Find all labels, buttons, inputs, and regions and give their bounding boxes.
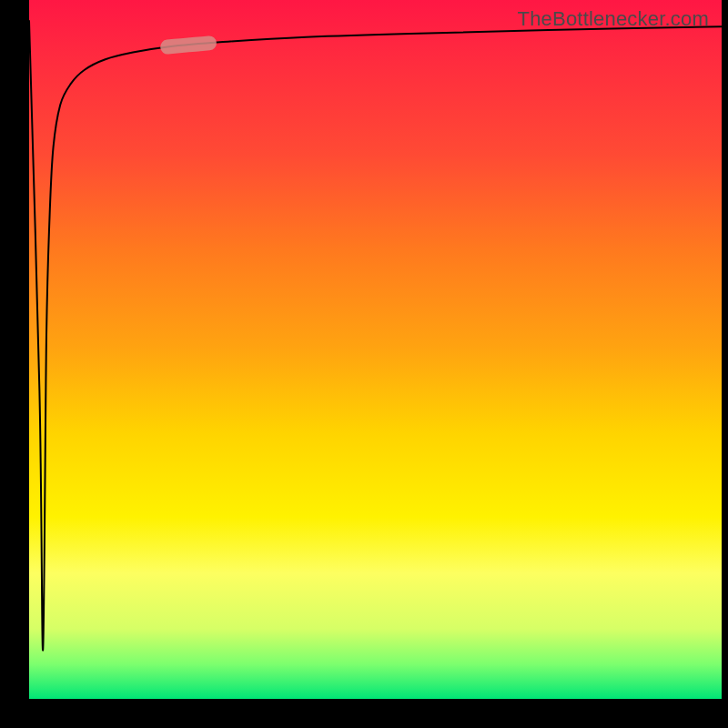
curve-highlight [167, 43, 209, 46]
frame-right [722, 0, 728, 728]
chart-stage: TheBottlenecker.com [0, 0, 728, 728]
plot-area: TheBottlenecker.com [29, 0, 722, 699]
frame-bottom [0, 699, 728, 728]
bottleneck-curve [29, 21, 722, 651]
frame-left [0, 0, 29, 728]
curve-svg [29, 0, 722, 699]
